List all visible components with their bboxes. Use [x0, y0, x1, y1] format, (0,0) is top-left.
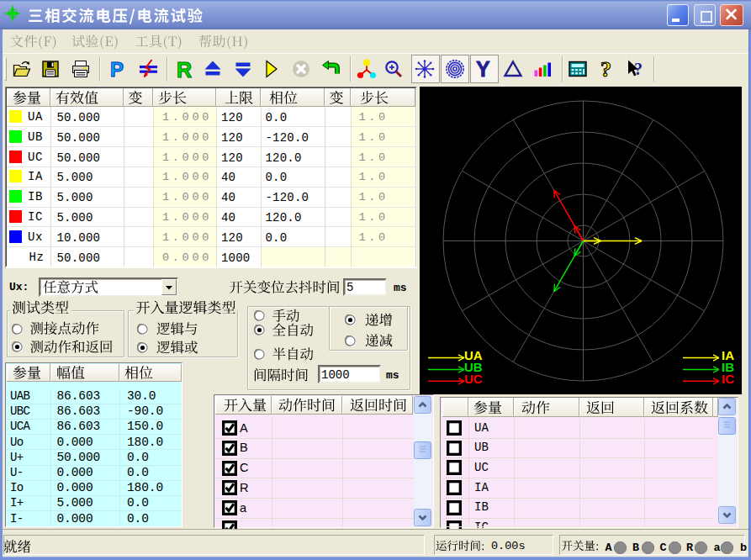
svg-text:?: ?	[634, 60, 643, 78]
svg-text:R: R	[177, 59, 192, 79]
svg-text:P: P	[110, 59, 124, 79]
svg-text:?: ?	[600, 59, 611, 79]
svg-text:Y: Y	[476, 59, 490, 79]
